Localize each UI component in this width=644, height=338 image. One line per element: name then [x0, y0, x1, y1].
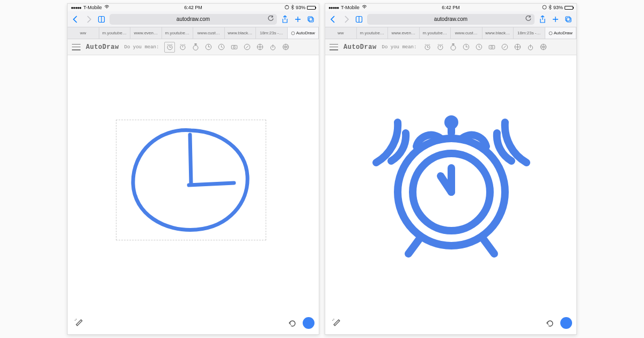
tab-item[interactable]: www.cust…: [193, 27, 225, 39]
tab-item[interactable]: www.even…: [388, 27, 420, 39]
color-picker-button[interactable]: [560, 317, 572, 329]
reload-icon[interactable]: [268, 16, 274, 23]
carrier-label: T-Mobile: [83, 5, 102, 10]
tabs-button[interactable]: [306, 14, 316, 24]
tab-item[interactable]: 18m:23s -…: [514, 27, 545, 39]
suggestion-stopwatch-icon[interactable]: [190, 42, 201, 53]
svg-rect-4: [309, 18, 313, 22]
suggestion-row: [164, 42, 291, 53]
bluetooth-icon: [548, 5, 552, 11]
autodraw-toolbar: AutoDraw Do you mean:: [68, 39, 319, 55]
svg-rect-9: [195, 44, 196, 45]
suggestion-wall-clock-icon[interactable]: [216, 42, 226, 53]
safari-tab-strip: ww m.youtube… www.even… m.youtube… www.c…: [68, 27, 319, 39]
suggestion-row: [422, 42, 548, 53]
tab-item[interactable]: m.youtube…: [357, 27, 389, 39]
suggestion-camera-icon[interactable]: [229, 42, 239, 53]
suggestion-alarm-clock-alt-icon[interactable]: [177, 42, 188, 53]
drawing-canvas[interactable]: [325, 55, 576, 334]
drawing-canvas[interactable]: [68, 55, 319, 334]
tab-item[interactable]: ww: [68, 27, 99, 39]
back-button[interactable]: [71, 14, 80, 24]
app-title: AutoDraw: [86, 43, 119, 51]
battery-icon: [307, 6, 316, 10]
svg-rect-22: [566, 17, 570, 21]
svg-rect-32: [489, 46, 495, 49]
url-text: autodraw.com: [177, 16, 210, 22]
new-tab-button[interactable]: [551, 14, 560, 24]
suggestion-timer-icon[interactable]: [267, 42, 278, 53]
suggestion-compass-icon[interactable]: [499, 42, 510, 53]
tab-item[interactable]: m.youtube…: [162, 27, 194, 39]
suggestion-alarm-clock-alt-icon[interactable]: [435, 42, 445, 53]
autodraw-favicon-icon: [291, 31, 295, 35]
clock-time: 6:42 PM: [442, 5, 460, 10]
suggestion-basketball-icon[interactable]: [538, 42, 548, 53]
reload-icon[interactable]: [525, 16, 531, 23]
app-title: AutoDraw: [343, 43, 377, 51]
undo-button[interactable]: [287, 317, 298, 329]
tab-item[interactable]: www.black…: [482, 27, 514, 39]
menu-button[interactable]: [330, 44, 338, 50]
suggestion-wall-clock-icon[interactable]: [473, 42, 484, 53]
wifi-icon: [362, 5, 367, 10]
tab-item[interactable]: m.youtube…: [420, 27, 451, 39]
clock-time: 6:42 PM: [184, 5, 202, 10]
url-field[interactable]: autodraw.com: [109, 14, 277, 25]
rotation-lock-icon: [542, 5, 547, 11]
tab-item[interactable]: www.black…: [225, 27, 257, 39]
autodraw-tool-button[interactable]: [330, 316, 343, 330]
autodraw-toolbar: AutoDraw Do you mean:: [325, 39, 576, 55]
menu-button[interactable]: [72, 44, 80, 50]
tab-item-active[interactable]: AutoDraw: [545, 27, 577, 39]
url-field[interactable]: autodraw.com: [367, 14, 535, 25]
suggestion-clock-icon[interactable]: [460, 42, 471, 53]
color-picker-button[interactable]: [303, 317, 314, 329]
new-tab-button[interactable]: [293, 14, 303, 24]
svg-point-19: [543, 5, 546, 9]
bookmarks-button[interactable]: [97, 14, 106, 24]
ios-status-bar: ●●●●● T-Mobile 6:42 PM 93%: [68, 4, 319, 11]
suggestion-compass-icon[interactable]: [241, 42, 252, 53]
carrier-label: T-Mobile: [341, 5, 360, 10]
ios-status-bar: ●●●●● T-Mobile 6:42 PM 93%: [325, 4, 576, 11]
suggestion-timer-icon[interactable]: [525, 42, 536, 53]
suggestion-basketball-icon[interactable]: [280, 42, 291, 53]
url-text: autodraw.com: [434, 16, 467, 22]
suggestion-alarm-clock-icon[interactable]: [422, 42, 433, 53]
suggestion-target-icon[interactable]: [254, 42, 265, 53]
bookmarks-button[interactable]: [354, 14, 364, 24]
alarm-clock-result-icon: [365, 90, 537, 267]
svg-rect-3: [308, 17, 312, 21]
undo-button[interactable]: [544, 317, 556, 329]
wifi-icon: [104, 5, 109, 10]
tab-item[interactable]: m.youtube…: [99, 27, 131, 39]
svg-point-33: [491, 46, 493, 48]
share-button[interactable]: [280, 14, 290, 24]
signal-dots-icon: ●●●●●: [328, 5, 339, 10]
svg-line-42: [408, 239, 419, 254]
tabs-button[interactable]: [564, 14, 573, 24]
forward-button[interactable]: [84, 14, 93, 24]
device-right-after: ●●●●● T-Mobile 6:42 PM 93% autodraw.com: [325, 3, 577, 335]
tab-item-active[interactable]: AutoDraw: [288, 27, 319, 39]
forward-button[interactable]: [341, 14, 351, 24]
suggestion-camera-icon[interactable]: [486, 42, 497, 53]
suggestion-clock-icon[interactable]: [203, 42, 214, 53]
svg-rect-23: [567, 18, 571, 22]
tab-item[interactable]: 18m:23s -…: [256, 27, 288, 39]
tab-item[interactable]: www.cust…: [451, 27, 482, 39]
back-button[interactable]: [328, 14, 338, 24]
share-button[interactable]: [538, 14, 547, 24]
tab-item[interactable]: ww: [325, 27, 357, 39]
autodraw-favicon-icon: [548, 31, 553, 35]
bluetooth-icon: [291, 5, 294, 11]
user-sketch-clock: [127, 125, 255, 238]
svg-point-39: [448, 119, 455, 126]
suggestion-stopwatch-icon[interactable]: [448, 42, 458, 53]
suggestion-target-icon[interactable]: [512, 42, 523, 53]
svg-point-5: [291, 32, 295, 35]
tab-item[interactable]: www.even…: [130, 27, 162, 39]
suggestion-alarm-clock-icon[interactable]: [164, 42, 175, 53]
autodraw-tool-button[interactable]: [72, 316, 86, 330]
